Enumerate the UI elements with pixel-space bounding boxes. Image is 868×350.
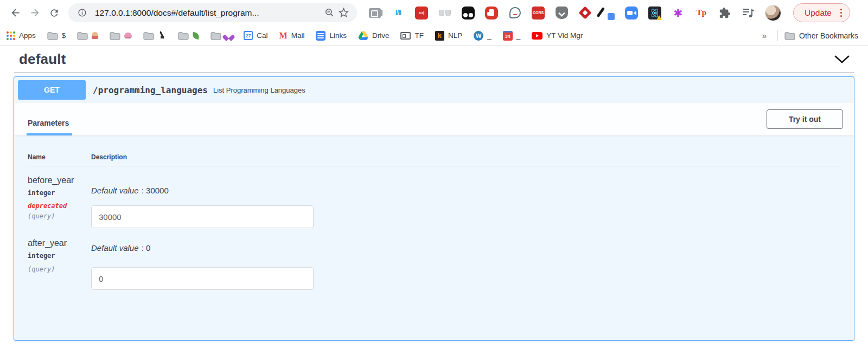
binoculars-extension-icon[interactable] [438,6,452,20]
react-devtools-extension-icon[interactable] [648,6,662,20]
gmail-icon: M [279,31,288,41]
try-it-out-button[interactable]: Try it out [767,109,843,129]
parameter-type: integer [28,189,91,197]
parameter-description-cell: Default value : 0 [91,238,843,290]
contact-card-icon [400,32,411,40]
forum-extension-icon[interactable] [368,6,382,20]
before-year-input[interactable] [91,205,314,228]
tampermonkey-extension-icon[interactable]: Tp [694,6,709,20]
parameter-name: before_year [28,176,91,185]
bookmarks-divider [777,30,778,41]
back-arrow-icon [10,7,21,18]
bookmark-links[interactable]: Links [316,31,347,41]
lastpass-extension-icon[interactable]: •••| [414,6,429,20]
apps-grid-icon [7,31,15,40]
chat-bubble-extension-icon[interactable] [508,6,522,20]
operation-block: GET /programming_languages List Programm… [14,76,854,341]
page-title: default [19,51,66,68]
forward-button[interactable] [25,3,44,23]
operation-summary[interactable]: GET /programming_languages List Programm… [14,77,854,103]
adblock-hand-extension-icon[interactable] [484,6,499,20]
after-year-input[interactable] [91,267,314,290]
folder-icon [110,31,120,40]
bookmark-star-icon[interactable] [336,6,350,20]
share-extension-icon[interactable] [578,6,592,20]
endpoint-path: /programming_languages [93,85,208,95]
wappalyzer-extension-icon[interactable]: I/II [391,6,405,20]
badge-34-icon: 34 [503,31,513,41]
bookmark-mail[interactable]: M Mail [279,31,305,41]
column-header-name: Name [28,153,91,161]
chevron-down-icon[interactable] [834,55,850,64]
extensions-row: I/II •••| CORS ✱ Tp Update [368,3,863,22]
reload-button[interactable] [44,3,64,23]
herb-emoji-icon [192,32,200,40]
google-drive-icon [358,31,368,40]
zoom-camera-extension-icon[interactable] [624,6,639,20]
parameters-section-header: Parameters Try it out [14,103,854,135]
google-calendar-icon: 27 [244,31,253,40]
browser-toolbar: I/II •••| CORS ✱ Tp Update [0,0,868,25]
parameter-name-cell: after_year integer (query) [28,238,91,290]
address-bar[interactable] [68,3,357,22]
parameter-name: after_year [28,238,91,248]
parameter-location: (query) [28,265,91,273]
bookmark-folder-dollar[interactable]: $ [47,31,66,40]
deprecated-badge: deprecated [28,202,91,210]
playlist-extension-icon[interactable] [741,6,755,20]
graduation-cap-emoji-icon [158,33,167,39]
parameter-type: integer [28,252,91,260]
bookmark-nlp[interactable]: k NLP [435,31,462,41]
bookmarks-overflow-chevron[interactable]: » [762,31,767,40]
site-info-icon[interactable] [75,6,89,20]
dark-goggles-extension-icon[interactable] [461,6,475,20]
bookmark-folder-carousel-horse[interactable] [77,31,98,40]
bookmark-yt-vid-mgr[interactable]: YT Vid Mgr [532,31,583,40]
parameters-body: Name Description before_year integer dep… [14,135,854,299]
wordpress-icon: W [474,31,483,41]
endpoint-summary: List Programming Languages [213,86,305,94]
kaggle-icon: k [435,31,444,41]
parameter-location: (query) [28,212,91,220]
forward-arrow-icon [29,7,41,18]
folder-icon [178,31,189,40]
extensions-puzzle-icon[interactable] [718,6,732,20]
folder-icon [47,31,58,40]
other-bookmarks[interactable]: Other Bookmarks [784,31,858,40]
bookmark-folder-graduation[interactable] [143,31,167,40]
links-doc-icon [316,31,326,41]
bookmark-34[interactable]: 34 _ [503,31,521,41]
parameters-table-header: Name Description [28,146,843,166]
back-button[interactable] [5,3,25,23]
folder-icon [784,31,795,40]
bookmark-apps[interactable]: Apps [7,31,36,40]
bookmark-folder-brain[interactable] [110,31,132,40]
swagger-page: default GET /programming_languages List … [0,46,868,341]
bookmark-wordpress[interactable]: W _ [474,31,492,41]
folder-icon [143,31,154,40]
profile-avatar[interactable] [764,6,782,20]
tab-parameters[interactable]: Parameters [27,119,72,135]
bookmark-tf[interactable]: TF [400,31,424,40]
bookmark-folder-herb[interactable] [178,31,199,40]
bookmark-drive[interactable]: Drive [358,31,390,40]
carousel-horse-emoji-icon [92,32,98,39]
parameter-row-before-year: before_year integer deprecated (query) D… [28,166,843,237]
colorzilla-eyedropper-icon[interactable] [601,6,615,20]
zoom-out-icon[interactable] [322,6,336,20]
reload-icon [49,8,60,18]
pocket-extension-icon[interactable] [554,6,569,20]
http-method-badge: GET [18,80,86,100]
bookmark-calendar[interactable]: 27 Cal [244,31,267,40]
chrome-update-button[interactable]: Update [793,3,850,22]
browser-menu-icon[interactable] [840,9,843,17]
parameter-row-after-year: after_year integer (query) Default value… [28,237,843,299]
purple-heart-emoji-icon [225,33,232,39]
purple-flower-extension-icon[interactable]: ✱ [671,6,685,20]
url-input[interactable] [94,8,322,18]
bookmark-folder-purple-heart[interactable] [210,31,232,40]
default-value-text: Default value : 30000 [91,186,843,195]
folder-icon [77,31,88,40]
section-header-row[interactable]: default [14,46,854,73]
cors-extension-icon[interactable]: CORS [531,6,545,20]
